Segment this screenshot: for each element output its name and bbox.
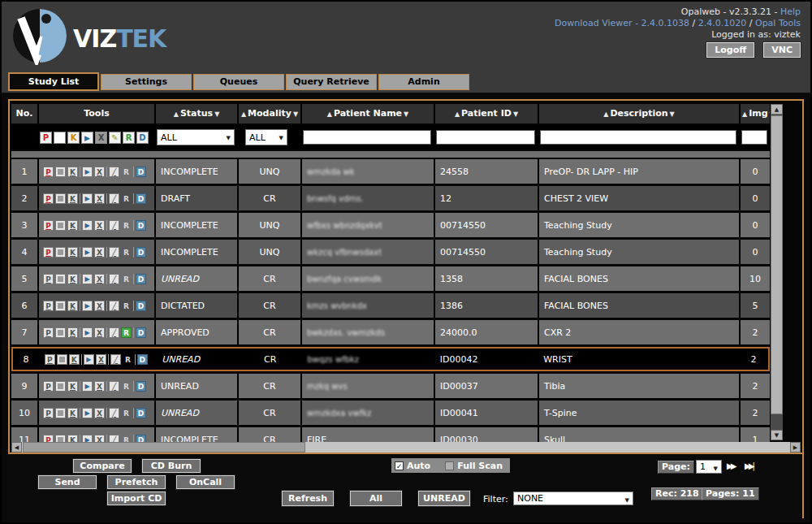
tool-d-icon[interactable]: D — [136, 274, 146, 284]
tool-edit-icon[interactable]: ╱ — [110, 354, 121, 365]
tool-p-icon[interactable]: P — [43, 193, 54, 204]
tool-k-icon[interactable]: K — [67, 193, 78, 204]
tool-r-icon[interactable]: R — [121, 381, 132, 392]
sort-asc-icon[interactable]: ▲ — [602, 110, 610, 118]
tool-x-icon[interactable]: X — [94, 220, 105, 231]
sort-asc-icon[interactable]: ▲ — [453, 110, 461, 118]
tool-r-icon[interactable]: R — [121, 327, 132, 338]
tool-k-icon[interactable]: K — [69, 354, 80, 365]
tool-k-icon[interactable]: K — [67, 327, 78, 338]
tool-p-icon[interactable]: P — [43, 327, 54, 338]
tool-d-icon[interactable]: D — [136, 132, 149, 144]
tool-d-icon[interactable]: D — [137, 354, 148, 365]
column-header-status[interactable]: ▲Status▼ — [154, 104, 237, 123]
scroll-down-icon[interactable]: ▼ — [771, 430, 783, 440]
filter-dropdown[interactable]: NONE — [513, 492, 633, 505]
sort-desc-icon[interactable]: ▼ — [292, 110, 300, 118]
download-viewer-link[interactable]: Download Viewer - 2.4.0.1038 — [555, 18, 689, 28]
sort-desc-icon[interactable]: ▼ — [402, 110, 410, 118]
vnc-button[interactable]: VNC — [763, 42, 801, 58]
tool-play-icon[interactable]: ▶ — [82, 247, 93, 258]
last-page-icon[interactable]: ▶▶| — [745, 461, 753, 470]
tool-edit-icon[interactable]: ╱ — [109, 247, 119, 258]
tool-x-icon[interactable]: X — [94, 247, 105, 258]
tool-r-icon[interactable]: R — [121, 274, 132, 284]
sort-desc-icon[interactable]: ▼ — [668, 110, 676, 118]
tool-select-checkbox-icon[interactable] — [54, 132, 66, 144]
tool-r-icon[interactable]: R — [121, 193, 132, 204]
tool-p-icon[interactable]: P — [45, 354, 55, 365]
opal-tools-link[interactable]: Opal Tools — [755, 18, 801, 28]
tool-edit-icon[interactable]: ╱ — [109, 408, 119, 418]
tool-r-icon[interactable]: R — [121, 247, 132, 258]
sort-desc-icon[interactable]: ▼ — [512, 110, 520, 118]
tool-x-icon[interactable]: X — [94, 327, 105, 338]
horizontal-scroll-thumb[interactable] — [23, 442, 305, 453]
auto-checkbox[interactable]: ✓ — [395, 461, 404, 470]
tool-edit-icon[interactable]: ✎ — [109, 132, 121, 144]
tool-k-icon[interactable]: K — [67, 301, 78, 311]
tool-p-icon[interactable]: P — [43, 408, 54, 418]
logoff-button[interactable]: Logoff — [706, 42, 754, 58]
tool-x-icon[interactable]: X — [94, 167, 105, 177]
tool-p-icon[interactable]: P — [43, 435, 54, 443]
cd-burn-button[interactable]: CD Burn — [142, 459, 201, 473]
tool-play-icon[interactable]: ▶ — [82, 327, 93, 338]
page-dropdown[interactable]: 1 — [696, 460, 722, 474]
sort-desc-icon[interactable]: ▼ — [213, 110, 221, 118]
table-row[interactable]: 9PK▶X╱RDUNREADCRmzkq wvsID00037Tibia2 — [11, 374, 770, 398]
modality-filter-dropdown[interactable]: ALL — [245, 129, 287, 145]
tool-x-icon[interactable]: X — [94, 274, 105, 284]
tool-k-icon[interactable]: K — [67, 167, 78, 177]
table-row[interactable]: 10PK▶X╱RDUNREADCRwmzkdxa vwfkzID00041T-S… — [11, 401, 770, 425]
tool-edit-icon[interactable]: ╱ — [109, 301, 119, 311]
sort-asc-icon[interactable]: ▲ — [240, 110, 248, 118]
tool-d-icon[interactable]: D — [136, 381, 146, 392]
refresh-button[interactable]: Refresh — [282, 491, 334, 506]
tool-play-icon[interactable]: ▶ — [82, 301, 93, 311]
vertical-scroll-thumb[interactable] — [771, 115, 783, 414]
tool-play-icon[interactable]: ▶ — [82, 167, 93, 177]
horizontal-scrollbar[interactable]: ◀ ▶ — [11, 442, 801, 453]
tool-x-icon[interactable]: X — [94, 435, 105, 443]
tool-p-icon[interactable]: P — [43, 301, 54, 311]
tool-edit-icon[interactable]: ╱ — [109, 381, 119, 392]
column-header-description[interactable]: ▲Description▼ — [538, 104, 739, 123]
tool-d-icon[interactable]: D — [136, 220, 146, 231]
column-header-img[interactable]: ▲Img▼ — [739, 104, 770, 123]
tool-p-icon[interactable]: P — [43, 381, 54, 392]
tool-play-icon[interactable]: ▶ — [84, 354, 94, 365]
all-button[interactable]: All — [350, 491, 402, 506]
tool-r-icon[interactable]: R — [121, 408, 132, 418]
tool-p-icon[interactable]: P — [43, 247, 54, 258]
tool-edit-icon[interactable]: ╱ — [109, 167, 119, 177]
send-button[interactable]: Send — [38, 475, 97, 489]
tool-p-icon[interactable]: P — [40, 132, 52, 144]
tool-d-icon[interactable]: D — [136, 435, 146, 443]
tool-r-icon[interactable]: R — [121, 301, 132, 311]
tool-play-icon[interactable]: ▶ — [82, 381, 93, 392]
status-filter-dropdown[interactable]: ALL — [157, 129, 235, 145]
help-link[interactable]: Help — [780, 6, 801, 17]
table-row[interactable]: 6PK▶X╱RDDICTATEDCRkmzs wvbnkdx1386FACIAL… — [11, 293, 770, 318]
tool-select-checkbox-icon[interactable] — [55, 193, 66, 204]
tool-r-icon[interactable]: R — [121, 220, 132, 231]
full-scan-checkbox[interactable] — [445, 461, 454, 470]
tool-d-icon[interactable]: D — [136, 327, 146, 338]
tool-select-checkbox-icon[interactable] — [55, 327, 66, 338]
table-row[interactable]: 8PK▶X╱RDUNREADCRbwqzs wfbkzID00042WRIST2 — [11, 347, 770, 371]
tool-k-icon[interactable]: K — [67, 132, 80, 144]
tool-k-icon[interactable]: K — [67, 435, 78, 443]
table-row[interactable]: 11PK▶X╱RDINCOMPLETECRFIREID00030Skull1 — [11, 427, 770, 442]
next-page-icon[interactable]: ▶▶ — [727, 461, 734, 470]
tab-query-retrieve[interactable]: Query Retrieve — [286, 74, 377, 90]
tool-r-icon[interactable]: R — [121, 167, 132, 177]
tool-x-icon[interactable]: X — [96, 354, 106, 365]
tab-study-list[interactable]: Study List — [8, 72, 99, 91]
tool-k-icon[interactable]: K — [67, 220, 78, 231]
tool-k-icon[interactable]: K — [67, 274, 78, 284]
tool-select-checkbox-icon[interactable] — [55, 220, 66, 231]
column-header-patient-id[interactable]: ▲Patient ID▼ — [434, 104, 538, 123]
import-cd-button[interactable]: Import CD — [107, 492, 166, 505]
table-row[interactable]: 7PK▶X╱RDAPPROVEDCRbwkzdxs. vwmzkds24000.… — [11, 320, 770, 344]
